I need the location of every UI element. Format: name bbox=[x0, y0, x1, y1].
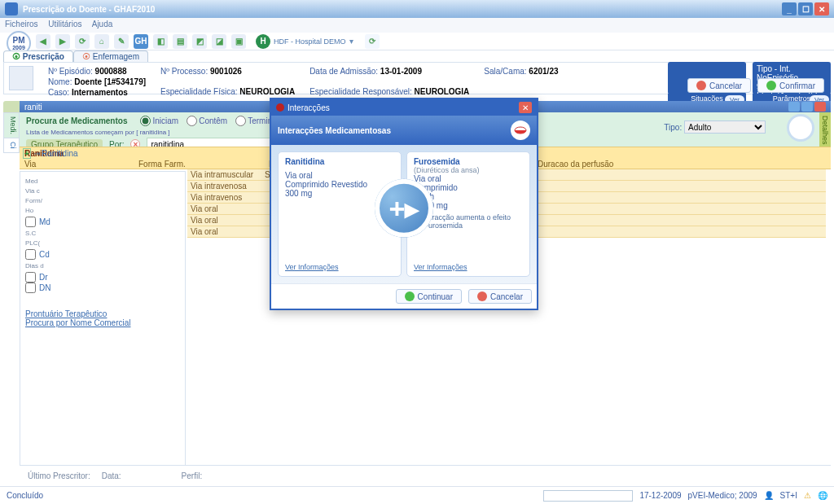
status-search[interactable] bbox=[543, 490, 633, 502]
detalhes-tab[interactable]: Detalhes bbox=[819, 112, 831, 147]
val-caso: Internamentos bbox=[72, 88, 128, 97]
menu-ficheiros[interactable]: Ficheiros bbox=[5, 20, 38, 28]
lbl-caso: Caso: bbox=[48, 88, 69, 97]
expand-icon[interactable]: + bbox=[23, 148, 31, 159]
status-user: ST+I bbox=[780, 491, 797, 500]
interaccoes-dialog: Interacções ✕ Interacções Medicamentosas… bbox=[270, 98, 538, 310]
chk-md[interactable]: Md bbox=[25, 217, 180, 227]
tool-icon-gh[interactable]: GH bbox=[134, 34, 148, 49]
chk-dr-label: Dr bbox=[39, 273, 48, 282]
checkmark-icon: ⦿ bbox=[12, 52, 20, 61]
card-left-drug: Ranitidina bbox=[285, 157, 394, 166]
tool-icon-1[interactable]: ✎ bbox=[114, 34, 129, 49]
app-icon bbox=[5, 2, 18, 15]
card-right-viewlink[interactable]: Ver Informações bbox=[414, 263, 523, 271]
alert-icon[interactable]: ⚠ bbox=[804, 491, 811, 500]
dialog-continuar-label: Continuar bbox=[418, 292, 453, 301]
lbl-ultimo-prescritor: Último Prescritor: bbox=[28, 471, 90, 480]
radio-iniciam[interactable]: Iniciam bbox=[140, 116, 178, 126]
lbl-episodio: Nº Episódio: bbox=[48, 67, 93, 76]
tree-row[interactable]: + ⇥ Ranitidina bbox=[23, 148, 184, 159]
inner-max-button[interactable] bbox=[801, 102, 813, 112]
chk-dn-label: DN bbox=[39, 283, 50, 292]
chk-dr[interactable]: Dr bbox=[25, 272, 180, 283]
inner-close-button[interactable] bbox=[814, 102, 826, 112]
status-bar: Concluído 17-12-2009 pVEI-Medico; 2009 👤… bbox=[0, 486, 834, 504]
globe-icon[interactable]: 🌐 bbox=[818, 491, 827, 500]
lbl-plc: PLC( bbox=[25, 239, 180, 247]
hospital-dropdown-icon[interactable]: ▾ bbox=[349, 37, 353, 46]
dialog-continuar-button[interactable]: Continuar bbox=[396, 289, 462, 304]
lbl-dias: Dias d bbox=[25, 262, 180, 270]
menu-ajuda[interactable]: Ajuda bbox=[92, 20, 113, 28]
pm-label: PM bbox=[13, 36, 25, 45]
sidetab-ci[interactable]: Ci bbox=[3, 138, 20, 153]
tool-icon-4[interactable]: ◩ bbox=[192, 34, 207, 49]
nav-back-icon[interactable]: ◀ bbox=[36, 34, 50, 49]
val-sala: 6201/23 bbox=[529, 67, 558, 76]
card-right-sub: (Diuréticos da ansa) bbox=[414, 166, 523, 174]
sidetab-medi[interactable]: Medi. bbox=[3, 112, 20, 138]
tool-icon-refresh2[interactable]: ⟳ bbox=[365, 34, 380, 49]
page-cancelar-label: Cancelar bbox=[709, 81, 742, 90]
action-circle-icon[interactable] bbox=[787, 114, 814, 142]
card-right-drug: Furosemida bbox=[414, 157, 523, 166]
lbl-nome: Nome: bbox=[48, 77, 72, 86]
close-button[interactable]: ✕ bbox=[814, 2, 829, 15]
chk-dn[interactable]: DN bbox=[25, 283, 180, 293]
tab-enfermagem[interactable]: Enfermagem bbox=[93, 52, 139, 61]
col-dur: Duracao da perfusão bbox=[538, 160, 613, 169]
left-panel: Med Via c Form/ Ho Md S.C PLC( Cd Dias d… bbox=[20, 171, 186, 475]
tool-icon-2[interactable]: ◧ bbox=[153, 34, 168, 49]
lbl-espfisica: Especialidade Física: bbox=[160, 87, 238, 96]
pm-year: 2009 bbox=[12, 45, 25, 50]
radio-contem[interactable]: Contêm bbox=[187, 116, 227, 126]
dialog-cancelar-label: Cancelar bbox=[490, 292, 523, 301]
lbl-form: Form/ bbox=[25, 197, 180, 204]
inner-title-text: raniti bbox=[24, 103, 42, 112]
link-prontuario[interactable]: Prontuário Terapêutico bbox=[25, 309, 180, 318]
pill-icon bbox=[511, 121, 530, 140]
tool-icon-5[interactable]: ◪ bbox=[212, 34, 226, 49]
lbl-data: Data: bbox=[102, 471, 121, 480]
refresh-icon[interactable]: ⟳ bbox=[75, 34, 90, 49]
page-confirmar-label: Confirmar bbox=[779, 81, 815, 90]
dialog-cancelar-button[interactable]: Cancelar bbox=[468, 289, 532, 304]
tipo-label: Tipo: bbox=[664, 123, 682, 132]
tipo-select[interactable]: Adulto bbox=[684, 121, 766, 134]
page-cancelar-button[interactable]: Cancelar bbox=[687, 78, 751, 93]
dialog-heading: Interacções Medicamentosas bbox=[278, 126, 391, 135]
lbl-ho: Ho bbox=[25, 207, 180, 214]
home-icon[interactable]: ⌂ bbox=[94, 34, 109, 49]
link-procura-comercial[interactable]: Procura por Nome Comercial bbox=[25, 318, 180, 327]
inner-min-button[interactable] bbox=[788, 102, 800, 112]
nav-forward-icon[interactable]: ▶ bbox=[55, 34, 70, 49]
tree-item-label: Ranitidina bbox=[42, 149, 77, 158]
tool-icon-6[interactable]: ▣ bbox=[231, 34, 246, 49]
radio-iniciam-label: Iniciam bbox=[152, 116, 178, 125]
chk-cd-label: Cd bbox=[39, 250, 50, 259]
chk-cd[interactable]: Cd bbox=[25, 249, 180, 260]
minimize-button[interactable]: _ bbox=[782, 2, 797, 15]
col-via: Via bbox=[24, 160, 138, 169]
tab-prescricao[interactable]: Prescrição bbox=[23, 52, 64, 61]
maximize-button[interactable]: ☐ bbox=[798, 2, 813, 15]
bottom-info-bar: Último Prescritor: Data: Perfil: bbox=[20, 465, 831, 486]
lbl-via: Via c bbox=[25, 187, 180, 195]
lbl-med: Med bbox=[25, 177, 180, 185]
dialog-close-button[interactable]: ✕ bbox=[519, 102, 532, 113]
card-left-viewlink[interactable]: Ver Informações bbox=[285, 263, 394, 271]
radio-contem-label: Contêm bbox=[199, 116, 227, 125]
menu-utilitarios[interactable]: Utilitários bbox=[48, 20, 81, 28]
page-confirmar-button[interactable]: Confirmar bbox=[757, 78, 824, 93]
status-date: 17-12-2009 bbox=[639, 491, 681, 500]
arrow-icon: ⇥ bbox=[33, 149, 40, 158]
lbl-espresp: Especialidade Responsável: bbox=[309, 87, 412, 96]
tool-icon-3[interactable]: ▤ bbox=[173, 34, 187, 49]
hospital-name[interactable]: HDF - Hospital DEMO bbox=[274, 37, 346, 46]
param-line-1: Tipo - Int. bbox=[757, 64, 827, 73]
lbl-processo: Nº Processo: bbox=[160, 67, 208, 76]
nurse-icon: ⦿ bbox=[82, 52, 90, 61]
menubar: Ficheiros Utilitários Ajuda bbox=[0, 18, 834, 33]
module-tabs: ⦿ Prescrição ⦿ Enfermagem bbox=[3, 50, 831, 62]
